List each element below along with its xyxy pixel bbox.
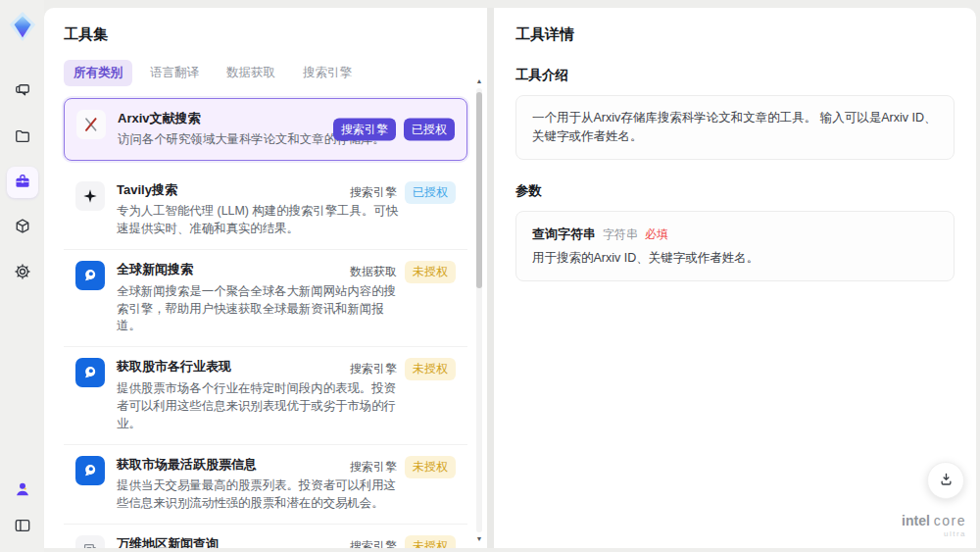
tool-auth-badge: 已授权 bbox=[405, 181, 456, 204]
tool-list-item[interactable]: 获取市场最活跃股票信息 提供当天交易量最高的股票列表。投资者可以利用这些信息来识… bbox=[64, 445, 467, 525]
regional-news-logo-icon bbox=[75, 535, 105, 548]
tools-list-panel: 工具集 所有类别语言翻译数据获取搜索引擎 Arxiv文献搜索 访问各个研究领域大… bbox=[44, 8, 487, 548]
scrollbar-thumb[interactable] bbox=[476, 92, 482, 288]
panel-layout-icon bbox=[13, 516, 32, 538]
brand-primary: intel bbox=[902, 513, 930, 528]
global-news-search-logo-icon bbox=[75, 261, 105, 290]
category-tab[interactable]: 搜索引擎 bbox=[293, 60, 362, 86]
chat-icon bbox=[13, 81, 32, 104]
app-logo-icon bbox=[6, 10, 39, 43]
tool-intro-text: 一个用于从Arxiv存储库搜索科学论文和文章的工具。 输入可以是Arxiv ID… bbox=[515, 95, 955, 160]
arxiv-logo-icon bbox=[76, 110, 106, 139]
page-title: 工具集 bbox=[64, 25, 467, 44]
toolbox-icon bbox=[13, 172, 32, 194]
user-avatar[interactable] bbox=[9, 477, 36, 504]
sidebar-item-models[interactable] bbox=[7, 212, 38, 243]
sidebar-item-tools[interactable] bbox=[7, 167, 38, 198]
tool-description: 专为人工智能代理 (LLM) 构建的搜索引擎工具。可快速提供实时、准确和真实的结… bbox=[117, 203, 404, 238]
cube-icon bbox=[13, 217, 32, 239]
tool-list-item[interactable]: 万维地区新闻查询 查询具体行政区划内的新闻，快速了解各地新闻动态 搜索引擎 未授… bbox=[64, 525, 467, 548]
tool-description: 提供股票市场各个行业在特定时间段内的表现。投资者可以利用这些信息来识别表现优于或… bbox=[117, 380, 404, 433]
tool-auth-badge: 未授权 bbox=[405, 456, 456, 478]
params-section-heading: 参数 bbox=[515, 182, 955, 200]
parameter-type: 字符串 bbox=[603, 226, 638, 243]
scroll-down-icon[interactable]: ▼ bbox=[474, 534, 484, 544]
brand-sub: ultra bbox=[902, 530, 966, 539]
download-button[interactable] bbox=[927, 462, 964, 499]
category-tab[interactable]: 所有类别 bbox=[64, 60, 132, 86]
gear-icon bbox=[13, 262, 32, 284]
detail-panel-title: 工具详情 bbox=[515, 25, 955, 44]
parameter-required-badge: 必填 bbox=[645, 226, 668, 243]
sidebar bbox=[0, 0, 44, 552]
download-icon bbox=[937, 470, 956, 491]
user-icon bbox=[13, 479, 32, 502]
scroll-up-icon[interactable]: ▲ bbox=[474, 76, 484, 86]
parameter-description: 用于搜索的Arxiv ID、关键字或作者姓名。 bbox=[532, 249, 938, 268]
tool-category-badge: 搜索引擎 bbox=[333, 119, 396, 141]
parameters-list: 查询字符串 字符串 必填 用于搜索的Arxiv ID、关键字或作者姓名。 bbox=[515, 211, 955, 281]
sidebar-footer bbox=[9, 477, 36, 540]
collapse-sidebar-button[interactable] bbox=[9, 513, 36, 540]
tool-category-badge: 数据获取 bbox=[350, 261, 397, 283]
tool-list-item[interactable]: Arxiv文献搜索 访问各个研究领域大量科学论文和文章的存储库。 搜索引擎 已授… bbox=[64, 98, 467, 161]
parameter-card: 查询字符串 字符串 必填 用于搜索的Arxiv ID、关键字或作者姓名。 bbox=[515, 211, 955, 281]
tool-description: 提供当天交易量最高的股票列表。投资者可以利用这些信息来识别流动性强的股票和潜在的… bbox=[117, 477, 404, 513]
tavily-logo-icon bbox=[75, 181, 105, 211]
sidebar-nav bbox=[7, 76, 38, 288]
tool-auth-badge: 已授权 bbox=[404, 119, 455, 141]
tool-auth-badge: 未授权 bbox=[405, 261, 456, 283]
panel-divider bbox=[487, 8, 494, 548]
tool-category-badge: 搜索引擎 bbox=[350, 535, 397, 548]
tool-list-item[interactable]: 全球新闻搜索 全球新闻搜索是一个聚合全球各大新闻网站内容的搜索引擎，帮助用户快速… bbox=[64, 250, 467, 347]
brand-secondary: core bbox=[934, 513, 966, 528]
tool-category-badge: 搜索引擎 bbox=[350, 456, 397, 478]
tool-detail-panel: 工具详情 工具介绍 一个用于从Arxiv存储库搜索科学论文和文章的工具。 输入可… bbox=[494, 8, 976, 548]
main-content: 工具集 所有类别语言翻译数据获取搜索引擎 Arxiv文献搜索 访问各个研究领域大… bbox=[44, 8, 976, 548]
list-scrollbar[interactable]: ▲ ▼ bbox=[474, 76, 484, 544]
tool-description: 全球新闻搜索是一个聚合全球各大新闻网站内容的搜索引擎，帮助用户快速获取全球最新资… bbox=[117, 283, 404, 336]
tool-category-badge: 搜索引擎 bbox=[350, 181, 397, 204]
sidebar-item-files[interactable] bbox=[7, 122, 38, 153]
sidebar-item-chat[interactable] bbox=[7, 76, 38, 108]
intel-core-brand-logo: intel core ultra bbox=[902, 514, 966, 539]
intro-section-heading: 工具介绍 bbox=[515, 67, 955, 84]
folder-icon bbox=[13, 126, 32, 149]
tool-auth-badge: 未授权 bbox=[405, 535, 456, 548]
category-tab[interactable]: 语言翻译 bbox=[140, 60, 209, 86]
tool-category-badge: 搜索引擎 bbox=[350, 358, 397, 380]
parameter-name: 查询字符串 bbox=[532, 225, 596, 244]
tool-list-item[interactable]: Tavily搜索 专为人工智能代理 (LLM) 构建的搜索引擎工具。可快速提供实… bbox=[64, 171, 467, 250]
tool-list-item[interactable]: 获取股市各行业表现 提供股票市场各个行业在特定时间段内的表现。投资者可以利用这些… bbox=[64, 347, 467, 444]
stock-sector-performance-logo-icon bbox=[75, 358, 105, 387]
sidebar-item-settings[interactable] bbox=[7, 257, 38, 288]
tool-auth-badge: 未授权 bbox=[405, 358, 456, 380]
active-stocks-logo-icon bbox=[75, 456, 105, 485]
tools-list: Arxiv文献搜索 访问各个研究领域大量科学论文和文章的存储库。 搜索引擎 已授… bbox=[64, 98, 467, 548]
category-tabs: 所有类别语言翻译数据获取搜索引擎 bbox=[64, 60, 467, 86]
category-tab[interactable]: 数据获取 bbox=[217, 60, 285, 86]
